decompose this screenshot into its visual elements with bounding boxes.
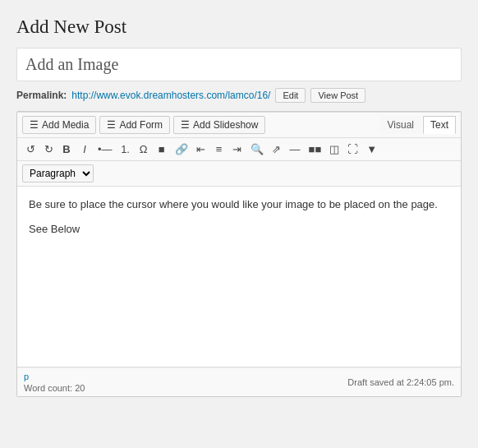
tab-text[interactable]: Text: [423, 116, 456, 134]
add-slideshow-label: Add Slideshow: [193, 119, 258, 131]
edit-permalink-button[interactable]: Edit: [275, 88, 306, 103]
special-chars-button[interactable]: Ω: [136, 141, 152, 157]
page-title: Add New Post: [16, 16, 462, 38]
view-post-button[interactable]: View Post: [310, 88, 365, 103]
add-media-icon: ☰: [30, 119, 39, 131]
permalink-label: Permalink:: [16, 90, 67, 101]
italic-button[interactable]: I: [76, 141, 93, 157]
add-slideshow-icon: ☰: [181, 119, 190, 131]
table-button2[interactable]: ◫: [326, 141, 342, 157]
content-paragraph2: See Below: [29, 221, 449, 238]
editor-content[interactable]: Be sure to place the cursor where you wo…: [17, 187, 461, 367]
editor-footer: p Word count: 20 Draft saved at 2:24:05 …: [17, 367, 461, 396]
draft-saved: Draft saved at 2:24:05 pm.: [347, 377, 454, 387]
table-button3[interactable]: ⛶: [344, 141, 361, 157]
align-left-button[interactable]: ⇤: [193, 141, 209, 157]
editor-container: ☰ Add Media ☰ Add Form ☰ Add Slideshow V…: [16, 111, 462, 397]
align-right-button[interactable]: ⇥: [229, 141, 246, 157]
ordered-list-button[interactable]: 1.: [117, 141, 134, 157]
formatting-toolbar: ↺ ↻ B I •— 1. Ω ■ 🔗 ⇤ ≡ ⇥ 🔍 ⇗ — ■■ ◫ ⛶ ▼: [17, 138, 461, 161]
p-tag: p: [24, 372, 85, 381]
hr-button[interactable]: —: [287, 141, 304, 157]
link-button[interactable]: 🔗: [172, 141, 191, 157]
redo-button[interactable]: ↻: [40, 141, 57, 157]
media-toolbar: ☰ Add Media ☰ Add Form ☰ Add Slideshow: [22, 116, 265, 134]
search-button[interactable]: 🔍: [247, 141, 267, 157]
footer-left: p Word count: 20: [24, 372, 85, 393]
align-center-button[interactable]: ≡: [211, 141, 228, 157]
add-form-button[interactable]: ☰ Add Form: [99, 116, 170, 134]
format-toolbar: Paragraph: [17, 161, 461, 187]
unordered-list-button[interactable]: •—: [94, 141, 116, 157]
table-button1[interactable]: ■■: [306, 141, 325, 157]
bold-button[interactable]: B: [58, 141, 75, 157]
add-form-icon: ☰: [107, 119, 116, 131]
more-button[interactable]: ▼: [363, 141, 380, 157]
toolbar-row1: ☰ Add Media ☰ Add Form ☰ Add Slideshow V…: [17, 112, 461, 138]
add-form-label: Add Form: [119, 119, 163, 131]
fullscreen-button[interactable]: ⇗: [269, 141, 285, 157]
view-tabs: Visual Text: [380, 116, 456, 134]
content-paragraph1: Be sure to place the cursor where you wo…: [29, 196, 449, 213]
special-button2[interactable]: ■: [154, 141, 170, 157]
format-select[interactable]: Paragraph: [22, 164, 94, 182]
post-title-input[interactable]: [16, 48, 462, 81]
add-slideshow-button[interactable]: ☰ Add Slideshow: [173, 116, 265, 134]
add-media-label: Add Media: [42, 119, 89, 131]
permalink-bar: Permalink: http://www.evok.dreamhosters.…: [16, 88, 462, 103]
word-count: Word count: 20: [24, 383, 85, 393]
undo-button[interactable]: ↺: [22, 141, 39, 157]
add-media-button[interactable]: ☰ Add Media: [22, 116, 96, 134]
tab-visual[interactable]: Visual: [380, 116, 421, 134]
permalink-url[interactable]: http://www.evok.dreamhosters.com/lamco/1…: [71, 90, 270, 101]
